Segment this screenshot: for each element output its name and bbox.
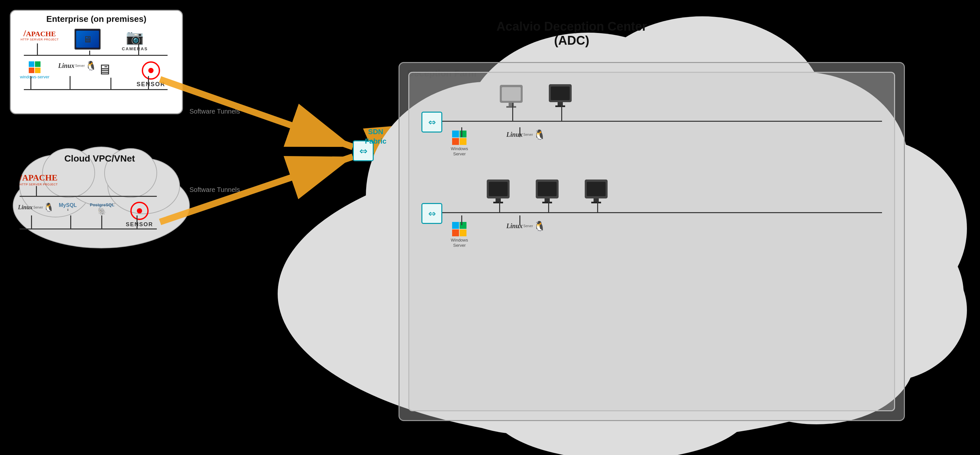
sensor-cloud: SENSOR [126, 202, 153, 228]
v-farm-mac1 [512, 103, 513, 121]
v-farm-winserver-bot [461, 216, 462, 225]
dark-monitor-mid-1 [487, 179, 510, 203]
adc-title: Acalvio Deception Center (ADC) [457, 20, 686, 48]
dark-monitor-mid-2 [536, 179, 558, 203]
v-farm-dark-mid1 [499, 199, 500, 212]
windows-server-farm-bottom: WindowsServer [451, 222, 468, 248]
apache-cloud: /APACHE HTTP SERVER PROJECT [20, 173, 58, 186]
windows-monitor-enterprise: 🖥 [75, 29, 100, 50]
sensor-label-enterprise: SENSOR [137, 81, 165, 88]
v-line-pg [101, 216, 102, 228]
dark-monitor-farm-1 [549, 84, 572, 107]
mac-monitor-enterprise: 🖥 [97, 61, 112, 78]
enterprise-box: Enterprise (on premises) /APACHE HTTP SE… [10, 10, 183, 114]
bus-line-row2 [24, 89, 167, 90]
sensor-enterprise: SENSOR [137, 61, 165, 88]
tunnel-label-2: Software Tunnels [189, 186, 240, 193]
mac-farm-1 [500, 85, 523, 108]
v-line-mac-ent [110, 78, 111, 89]
deception-farm-inner [408, 72, 895, 411]
v-line-linux-cloud [31, 216, 32, 228]
v-line-cameras [138, 43, 139, 55]
v-farm-linux-bot [519, 216, 520, 225]
v-line-sensor-cloud [137, 216, 137, 228]
v-farm-dark1 [561, 103, 562, 121]
linux-farm-bottom: Linux Server 🐧 [506, 220, 546, 232]
sdn-switch-top: ⇔ [422, 112, 442, 133]
farm-bus-1 [438, 121, 882, 122]
v-line-mysql [70, 216, 71, 228]
bus-line-row1 [24, 55, 167, 56]
mysql-cloud: MySQL ⬇ [59, 202, 77, 211]
linux-farm-top: Linux Server 🐧 [506, 129, 546, 140]
sdn-fabric-label: SDN Fabric [360, 127, 392, 146]
diagram-container: Enterprise (on premises) /APACHE HTTP SE… [0, 0, 980, 455]
cloud-vpc-title: Cloud VPC/VNet [13, 154, 186, 164]
sensor-label-cloud: SENSOR [126, 221, 153, 228]
v-line-apache [37, 43, 38, 55]
cameras-label: CAMERAS [122, 46, 148, 51]
v-line-linux-ent [70, 76, 70, 89]
v-line-apache-cloud [36, 186, 37, 196]
tunnel-label-1: Software Tunnels [189, 108, 240, 115]
v-farm-dark-mid3 [597, 199, 598, 212]
v-line-sensor-ent [148, 76, 149, 89]
windows-server-enterprise: windows-server [20, 61, 49, 80]
v-farm-linux-top [519, 127, 520, 137]
cameras-enterprise: 📷 CAMERAS [122, 29, 148, 51]
cloud-bus-row2 [20, 228, 157, 230]
enterprise-title: Enterprise (on premises) [14, 14, 179, 24]
windows-server-farm-top: WindowsServer [451, 130, 468, 156]
dark-monitor-mid-3 [585, 179, 608, 203]
v-line-monitor [89, 51, 90, 55]
apache-icon-enterprise: /APACHE HTTP SERVER PROJECT [21, 29, 59, 41]
v-farm-winserver-top [461, 127, 462, 137]
windows-server-label-enterprise: windows-server [20, 75, 49, 80]
linux-server-enterprise: Linux Server 🐧 [58, 60, 97, 71]
v-farm-dark-mid2 [548, 199, 549, 212]
linux-cloud: Linux Server 🐧 [18, 202, 54, 212]
farm-bus-2 [438, 212, 882, 213]
cloud-vpc-shape [3, 130, 199, 255]
v-line-winserver [30, 76, 31, 89]
postgresql-cloud: PostgreSQL 🐘 [90, 202, 115, 216]
sdn-switch-bottom: ⇔ [422, 203, 442, 224]
cloud-bus-row1 [20, 196, 157, 197]
